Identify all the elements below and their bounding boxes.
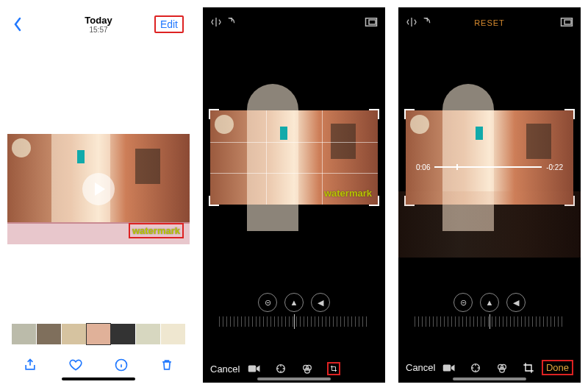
rotate-icon[interactable] — [226, 16, 238, 28]
svg-rect-2 — [369, 20, 376, 24]
crop-handle-bl[interactable] — [209, 196, 219, 206]
vertical-perspective-icon[interactable]: ▲ — [480, 293, 499, 312]
flip-icon[interactable] — [406, 16, 417, 28]
crop-handle-tl[interactable] — [209, 109, 219, 119]
straighten-icon[interactable]: ⊝ — [258, 293, 277, 312]
svg-rect-9 — [564, 20, 571, 24]
filters-mode-icon[interactable] — [495, 361, 509, 375]
watermark-label: watermark — [324, 188, 372, 199]
blurred-background — [398, 191, 581, 258]
cancel-button[interactable]: Cancel — [406, 362, 435, 373]
svg-rect-10 — [442, 364, 451, 371]
home-indicator — [257, 377, 331, 380]
reset-button[interactable]: RESET — [474, 18, 505, 27]
editor-bottom-bar: Cancel Done — [398, 360, 581, 375]
svg-rect-3 — [248, 366, 257, 372]
crop-mode-icon[interactable] — [327, 362, 340, 375]
crop-editor-done-panel: RESET 0:06 -0:22 ⊝ ▲ ◀ Cancel — [398, 7, 581, 383]
crop-handle-tl[interactable] — [404, 109, 415, 119]
back-button[interactable] — [13, 17, 22, 32]
editor-bottom-bar: Cancel — [203, 362, 385, 375]
favorite-icon[interactable] — [68, 358, 83, 372]
horizontal-perspective-icon[interactable]: ◀ — [506, 293, 526, 312]
svg-point-7 — [305, 368, 310, 373]
edit-button[interactable]: Edit — [154, 15, 184, 33]
video-mode-icon[interactable] — [248, 362, 261, 375]
share-icon[interactable] — [23, 358, 37, 372]
video-scrubber[interactable]: 0:06 -0:22 — [416, 163, 563, 171]
straighten-buttons: ⊝ ▲ ◀ — [398, 293, 581, 312]
home-indicator — [62, 377, 135, 380]
vertical-perspective-icon[interactable]: ▲ — [284, 293, 304, 312]
crop-mode-icon[interactable] — [522, 361, 535, 375]
crop-editor-panel: watermark ⊝ ▲ ◀ Cancel — [203, 7, 385, 383]
straighten-buttons: ⊝ ▲ ◀ — [203, 293, 385, 312]
watermark-label: watermark — [129, 223, 184, 238]
aspect-icon[interactable] — [365, 17, 378, 27]
angle-ruler[interactable] — [219, 316, 369, 327]
editor-top-bar: RESET — [398, 7, 581, 32]
editor-top-bar — [203, 7, 385, 32]
info-icon[interactable] — [114, 358, 129, 372]
bottom-toolbar — [7, 358, 190, 372]
aspect-icon[interactable] — [560, 17, 573, 27]
home-indicator — [453, 377, 526, 380]
filters-mode-icon[interactable] — [301, 362, 314, 375]
video-mode-icon[interactable] — [442, 361, 456, 375]
done-button[interactable]: Done — [542, 360, 573, 375]
rotate-icon[interactable] — [422, 16, 434, 28]
adjust-mode-icon[interactable] — [274, 362, 287, 375]
thumbnail-strip[interactable] — [12, 324, 185, 344]
trash-icon[interactable] — [159, 358, 174, 372]
flip-icon[interactable] — [210, 16, 222, 28]
straighten-icon[interactable]: ⊝ — [453, 293, 473, 312]
nav-bar: Today 15:57 Edit — [7, 7, 190, 38]
angle-ruler[interactable] — [415, 316, 564, 327]
elapsed-time: 0:06 — [416, 163, 430, 171]
remaining-time: -0:22 — [546, 163, 563, 171]
crop-handle-tr[interactable] — [564, 109, 575, 119]
crop-handle-br[interactable] — [369, 196, 379, 206]
play-icon[interactable] — [82, 173, 115, 205]
crop-frame[interactable]: watermark — [210, 110, 378, 205]
photos-view-panel: Today 15:57 Edit watermark — [7, 7, 190, 383]
crop-handle-tr[interactable] — [369, 109, 379, 119]
horizontal-perspective-icon[interactable]: ◀ — [311, 293, 330, 312]
crop-frame[interactable]: 0:06 -0:22 — [406, 110, 573, 205]
adjust-mode-icon[interactable] — [469, 361, 482, 375]
cancel-button[interactable]: Cancel — [210, 364, 240, 375]
video-preview[interactable]: watermark — [7, 134, 190, 244]
svg-point-14 — [499, 367, 504, 372]
